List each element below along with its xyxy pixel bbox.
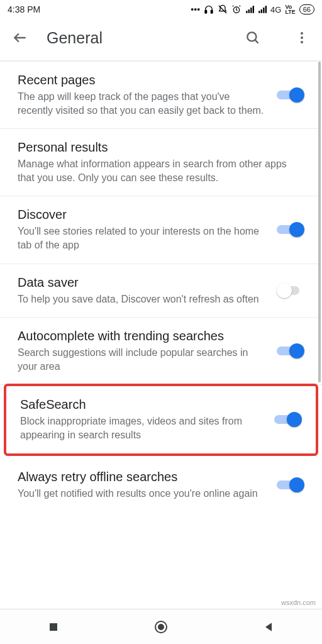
setting-title: Always retry offline searches — [18, 470, 265, 484]
setting-discover[interactable]: Discover You'll see stories related to y… — [0, 196, 322, 264]
app-bar: General — [0, 19, 322, 57]
setting-desc: Block inappropriate images, videos and s… — [20, 414, 263, 441]
toggle-discover[interactable] — [277, 221, 304, 238]
battery-indicator: 66 — [299, 4, 314, 14]
toggle-safesearch[interactable] — [274, 411, 302, 428]
alarm-icon — [231, 4, 242, 14]
setting-desc: To help you save data, Discover won't re… — [18, 292, 265, 306]
setting-personal-results[interactable]: Personal results Manage what information… — [0, 129, 322, 196]
setting-data-saver[interactable]: Data saver To help you save data, Discov… — [0, 264, 322, 318]
nav-recent-button[interactable] — [41, 614, 66, 640]
setting-title: Data saver — [18, 275, 265, 290]
watermark: wsxdn.com — [281, 599, 316, 606]
svg-point-10 — [158, 625, 164, 630]
settings-list: Recent pages The app will keep track of … — [0, 62, 322, 511]
svg-rect-1 — [211, 10, 213, 13]
more-dots-icon: ••• — [191, 4, 200, 14]
dnd-icon — [218, 4, 228, 14]
status-icons: ••• 4G VoLTE 66 — [191, 4, 314, 14]
volte-label: VoLTE — [285, 4, 295, 14]
svg-point-5 — [301, 32, 303, 35]
nav-back-button[interactable] — [256, 614, 281, 640]
setting-desc: Search suggestions will include popular … — [18, 346, 265, 373]
overflow-menu-button[interactable] — [293, 29, 311, 47]
toggle-retry-offline[interactable] — [277, 477, 304, 493]
svg-rect-0 — [205, 10, 207, 13]
svg-rect-8 — [50, 623, 57, 631]
nav-bar — [0, 609, 322, 644]
signal-icon — [245, 5, 254, 14]
highlight-safesearch: SafeSearch Block inappropriate images, v… — [4, 384, 318, 455]
search-button[interactable] — [244, 29, 262, 47]
svg-point-4 — [247, 32, 256, 41]
status-time: 4:38 PM — [8, 4, 40, 14]
network-label: 4G — [270, 5, 281, 14]
setting-title: Personal results — [18, 140, 304, 155]
setting-retry-offline[interactable]: Always retry offline searches You'll get… — [0, 458, 322, 512]
setting-desc: You'll get notified with results once yo… — [18, 487, 265, 501]
headphones-icon — [204, 4, 214, 14]
setting-desc: You'll see stories related to your inter… — [18, 225, 265, 252]
nav-home-button[interactable] — [148, 614, 174, 640]
setting-title: Recent pages — [18, 73, 265, 87]
svg-point-6 — [301, 36, 303, 39]
setting-title: Discover — [18, 208, 265, 222]
setting-desc: The app will keep track of the pages tha… — [18, 90, 265, 117]
toggle-autocomplete-trending[interactable] — [277, 343, 304, 359]
toggle-data-saver[interactable] — [277, 282, 304, 299]
scrollbar[interactable] — [318, 62, 321, 382]
back-button[interactable] — [11, 29, 29, 47]
svg-point-7 — [301, 41, 303, 43]
setting-title: Autocomplete with trending searches — [18, 329, 265, 343]
page-title: General — [47, 29, 226, 47]
setting-recent-pages[interactable]: Recent pages The app will keep track of … — [0, 62, 322, 129]
setting-desc: Manage what information appears in searc… — [18, 157, 304, 184]
setting-title: SafeSearch — [20, 397, 263, 412]
status-bar: 4:38 PM ••• 4G VoLTE 66 — [0, 0, 322, 19]
setting-autocomplete-trending[interactable]: Autocomplete with trending searches Sear… — [0, 318, 322, 385]
setting-safesearch[interactable]: SafeSearch Block inappropriate images, v… — [6, 386, 316, 453]
toggle-recent-pages[interactable] — [277, 87, 304, 103]
signal-icon-2 — [258, 5, 267, 14]
